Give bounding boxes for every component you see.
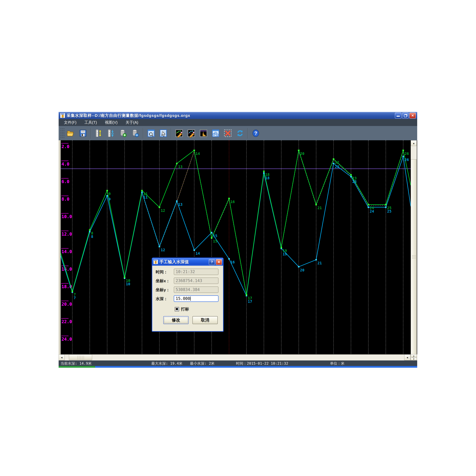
minimize-button[interactable]: ▬: [395, 113, 401, 119]
green-point-marker: [263, 170, 265, 172]
toolbar: ?: [59, 126, 417, 140]
toolbar-separator: [248, 128, 248, 138]
data-add-button[interactable]: [118, 128, 129, 139]
green-point-marker: [315, 204, 317, 205]
status-bar: 当前水深: 14.9米 最大水深: 19.4米 最小水深: 2米 时间：2015…: [59, 360, 417, 366]
dialog-row: 坐标y：530834.384: [152, 287, 223, 293]
green-point-label: 9: [108, 192, 111, 196]
cyan-point-marker: [263, 172, 265, 174]
window-bottom-border: [59, 366, 417, 368]
depth-scale-fit-icon: [107, 129, 115, 138]
data-add-icon: [119, 129, 128, 138]
zoom-window-icon: [147, 129, 155, 138]
green-point-label: 26: [405, 152, 409, 156]
text-caret: [190, 297, 191, 301]
save-file-button[interactable]: [77, 128, 88, 139]
scroll-left-button[interactable]: ◄: [59, 354, 65, 360]
cyan-point-label: 18: [265, 176, 270, 180]
edit-cyan-line-icon: [187, 129, 196, 138]
dialog-row: 水深：15.000: [152, 295, 223, 302]
status-min-depth: 最小水深: 2米: [190, 361, 215, 366]
green-point-marker: [385, 204, 387, 205]
edit-cyan-line-button[interactable]: [186, 128, 197, 139]
mark-checkbox[interactable]: ✖: [175, 307, 179, 311]
status-time: 时间：2015-01-22 10:21:32: [236, 361, 288, 366]
scroll-down-small-button[interactable]: ▼: [411, 357, 417, 360]
depth-input[interactable]: 15.000: [174, 295, 219, 302]
cyan-point-label: 12: [161, 248, 165, 252]
green-point-label: 21: [318, 206, 322, 210]
cyan-point-marker: [368, 206, 369, 208]
status-max-depth: 最大水深: 19.4米: [151, 361, 183, 366]
cyan-point-label: 25: [387, 209, 391, 213]
scroll-left-button-2[interactable]: ◄: [404, 354, 410, 360]
dialog-close-button[interactable]: ✕: [216, 259, 222, 265]
dialog-title: 手工输入水深值: [159, 259, 189, 265]
cyan-point-label: 19: [283, 252, 287, 256]
refresh-icon: [236, 129, 244, 138]
depth-chart[interactable]: 2.04.06.08.010.012.014.016.018.020.022.0…: [61, 140, 411, 354]
dialog-title-bar[interactable]: 手工输入水深值 ? ✕: [152, 258, 223, 266]
menu-view[interactable]: 视图(V): [102, 119, 120, 126]
display-settings-button[interactable]: [210, 128, 221, 139]
menu-file[interactable]: 文件(F): [61, 119, 79, 126]
close-button[interactable]: ✕: [409, 113, 416, 119]
field-label: 时间：: [156, 269, 168, 275]
delete-mark-button[interactable]: [222, 128, 233, 139]
axis-label: 14.0: [62, 249, 72, 254]
zoom-window-button[interactable]: [146, 128, 157, 139]
cyan-point-marker: [298, 266, 300, 268]
green-point-marker: [159, 206, 160, 208]
axis-label: 6.0: [62, 179, 69, 184]
vertical-scroll-thumb[interactable]: [411, 159, 417, 354]
depth-edit-dialog: 手工输入水深值 ? ✕ 时间：10:21:32坐标x：2368754.143坐标…: [152, 257, 224, 332]
cyan-point-label: 15: [213, 234, 217, 238]
restore-button[interactable]: [402, 113, 409, 119]
svg-text:?: ?: [254, 130, 257, 136]
scroll-up-button[interactable]: ▲: [411, 140, 417, 146]
toolbar-grip[interactable]: [60, 128, 65, 139]
vertical-scroll-track[interactable]: [411, 146, 417, 159]
help-button[interactable]: ?: [250, 128, 261, 139]
cyan-point-marker: [385, 206, 387, 208]
pointer-select-icon: [159, 129, 168, 138]
cyan-point-label: 17: [248, 299, 252, 304]
refresh-button[interactable]: [235, 128, 246, 139]
horizontal-scroll-thumb[interactable]: [69, 354, 92, 360]
green-point-marker: [368, 204, 369, 205]
dialog-help-button[interactable]: ?: [209, 259, 215, 265]
scroll-up-small-button[interactable]: ▲: [411, 354, 417, 357]
menu-tools[interactable]: 工具(T): [82, 119, 100, 126]
cyan-point-label: 8: [91, 235, 93, 239]
cyan-point-label: 23: [352, 179, 357, 184]
vertical-scrollbar[interactable]: ▲: [411, 140, 417, 354]
pointer-select-button[interactable]: [158, 128, 169, 139]
cyan-point-label: 21: [318, 261, 322, 265]
edit-green-line-button[interactable]: [174, 128, 185, 139]
cyan-point-marker: [333, 163, 334, 164]
cancel-button[interactable]: 取消: [192, 316, 218, 324]
chart-area[interactable]: 2.04.06.08.010.012.014.016.018.020.022.0…: [59, 140, 417, 354]
depth-scale-fit-button[interactable]: [105, 128, 117, 139]
green-point-marker: [350, 174, 352, 176]
readonly-field: 530834.384: [174, 287, 219, 293]
delete-mark-icon: [223, 129, 232, 138]
cyan-depth-line: [61, 156, 411, 296]
cyan-point-marker: [89, 231, 91, 233]
readonly-field: 10:21:32: [174, 269, 219, 275]
thumb-grip: [412, 255, 416, 259]
cyan-point-marker: [403, 156, 404, 157]
data-remove-button[interactable]: [130, 128, 141, 139]
horizontal-scroll-track[interactable]: [59, 354, 404, 361]
open-file-button[interactable]: [65, 128, 76, 139]
pick-depth-point-button[interactable]: [198, 128, 209, 139]
modify-button[interactable]: 修改: [163, 316, 189, 324]
cyan-point-marker: [211, 232, 212, 233]
cyan-point-label: 14: [196, 251, 200, 255]
green-point-marker: [89, 229, 91, 231]
cyan-point-marker: [176, 200, 178, 202]
depth-scale-expand-button[interactable]: [93, 128, 104, 139]
menu-about[interactable]: 关于(A): [123, 119, 141, 126]
horizontal-scrollbar[interactable]: ◄ ◄ ► ▲ ▼: [59, 354, 417, 360]
green-point-label: 14: [196, 152, 200, 156]
